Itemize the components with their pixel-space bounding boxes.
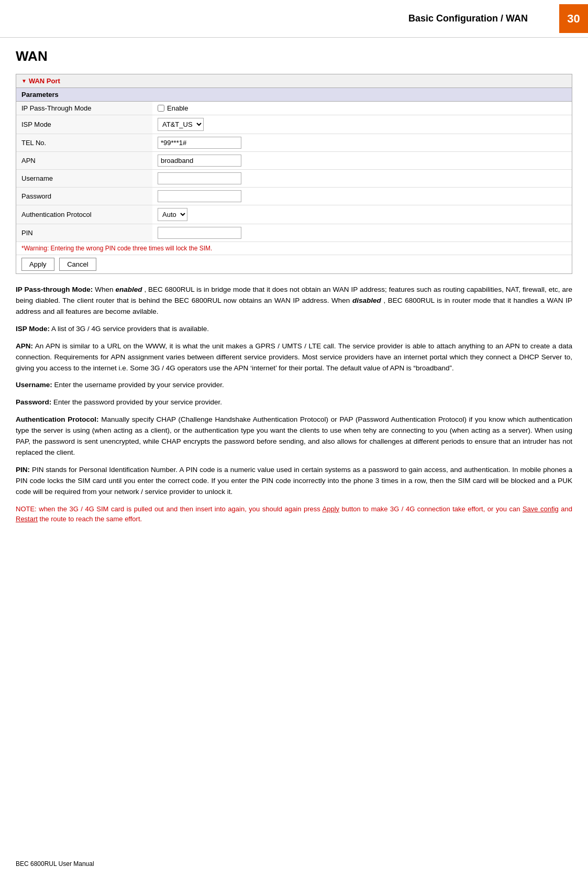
ip-pass-through-label: IP Pass-Through Mode xyxy=(16,102,152,115)
footer-text: BEC 6800RUL User Manual xyxy=(16,860,94,868)
pin-label: PIN xyxy=(16,224,152,242)
note-middle: button to make 3G / 4G connection take e… xyxy=(342,505,523,513)
tel-no-value xyxy=(152,134,572,152)
table-row: Authentication Protocol Auto xyxy=(16,205,572,224)
username-label: Username xyxy=(16,170,152,188)
desc-term-ip: IP Pass-through Mode: xyxy=(16,286,93,293)
table-row: Username xyxy=(16,170,572,188)
tel-no-label: TEL No. xyxy=(16,134,152,152)
buttons-cell: Apply Cancel xyxy=(16,255,572,274)
password-label: Password xyxy=(16,188,152,205)
warning-text: *Warning: Entering the wrong PIN code th… xyxy=(16,242,572,255)
desc-username: Username: Enter the username provided by… xyxy=(16,380,572,391)
desc-apn: APN: An APN is similar to a URL on the W… xyxy=(16,341,572,374)
desc-term-username: Username: xyxy=(16,381,52,389)
table-header-row: Parameters xyxy=(16,88,572,102)
parameters-table: Parameters IP Pass-Through Mode Enable I… xyxy=(16,88,572,273)
description-section: IP Pass-through Mode: When enabled , BEC… xyxy=(16,284,572,524)
note-restart-link[interactable]: Restart xyxy=(16,515,38,523)
note-prefix: NOTE: when the 3G / 4G SIM card is pulle… xyxy=(16,505,323,513)
apn-input[interactable] xyxy=(158,155,241,167)
tel-no-input[interactable] xyxy=(158,137,241,149)
note-suffix: the route to reach the same effort. xyxy=(40,515,142,523)
password-input[interactable] xyxy=(158,190,241,202)
warning-row: *Warning: Entering the wrong PIN code th… xyxy=(16,242,572,255)
pin-input[interactable] xyxy=(158,227,241,239)
desc-password: Password: Enter the password provided by… xyxy=(16,397,572,408)
desc-ip-pass-through: IP Pass-through Mode: When enabled , BEC… xyxy=(16,284,572,317)
note-apply-link[interactable]: Apply xyxy=(323,505,340,513)
username-value xyxy=(152,170,572,188)
username-input[interactable] xyxy=(158,172,241,184)
table-row: IP Pass-Through Mode Enable xyxy=(16,102,572,115)
desc-term-password: Password: xyxy=(16,398,51,406)
enable-label: Enable xyxy=(167,104,188,112)
page-header: Basic Configuration / WAN 30 xyxy=(0,0,588,38)
desc-term-auth: Authentication Protocol: xyxy=(16,415,98,423)
header-title: Basic Configuration / WAN xyxy=(0,13,559,24)
auth-protocol-label: Authentication Protocol xyxy=(16,205,152,224)
page-content: WAN ▼ WAN Port Parameters IP Pass-Throug… xyxy=(0,43,588,540)
isp-mode-select[interactable]: AT&T_US xyxy=(158,118,204,131)
enable-checkbox-container: Enable xyxy=(158,104,567,112)
desc-term-isp: ISP Mode: xyxy=(16,325,50,333)
note-save-config-link[interactable]: Save config xyxy=(523,505,559,513)
page-title: WAN xyxy=(16,48,572,64)
ip-pass-through-value: Enable xyxy=(152,102,572,115)
table-row: Password xyxy=(16,188,572,205)
apn-label: APN xyxy=(16,152,152,170)
wan-port-header: ▼ WAN Port xyxy=(16,74,572,88)
footer: BEC 6800RUL User Manual xyxy=(16,860,94,868)
apn-value xyxy=(152,152,572,170)
auth-protocol-select[interactable]: Auto xyxy=(158,208,187,221)
note-and: and xyxy=(561,505,572,513)
table-row: TEL No. xyxy=(16,134,572,152)
desc-isp-mode: ISP Mode: A list of 3G / 4G service prov… xyxy=(16,324,572,335)
isp-mode-label: ISP Mode xyxy=(16,115,152,134)
page-number: 30 xyxy=(559,4,588,33)
desc-pin: PIN: PIN stands for Personal Identificat… xyxy=(16,465,572,498)
desc-disabled-word: disabled xyxy=(352,297,381,304)
isp-mode-value: AT&T_US xyxy=(152,115,572,134)
table-row: APN xyxy=(16,152,572,170)
ip-pass-through-checkbox[interactable] xyxy=(158,105,164,112)
password-value xyxy=(152,188,572,205)
wan-port-section: ▼ WAN Port Parameters IP Pass-Through Mo… xyxy=(16,74,572,274)
apply-button[interactable]: Apply xyxy=(21,258,54,271)
note-section: NOTE: when the 3G / 4G SIM card is pulle… xyxy=(16,504,572,524)
table-row: ISP Mode AT&T_US xyxy=(16,115,572,134)
table-row: PIN xyxy=(16,224,572,242)
desc-term-pin: PIN: xyxy=(16,466,30,474)
cancel-button[interactable]: Cancel xyxy=(59,258,96,271)
parameters-label: Parameters xyxy=(16,88,572,102)
desc-auth-protocol: Authentication Protocol: Manually specif… xyxy=(16,414,572,458)
desc-enabled-word: enabled xyxy=(115,286,142,293)
pin-value xyxy=(152,224,572,242)
collapse-icon[interactable]: ▼ xyxy=(21,78,27,84)
wan-port-label: WAN Port xyxy=(29,77,60,85)
desc-term-apn: APN: xyxy=(16,342,33,350)
buttons-row: Apply Cancel xyxy=(16,255,572,274)
auth-protocol-value: Auto xyxy=(152,205,572,224)
